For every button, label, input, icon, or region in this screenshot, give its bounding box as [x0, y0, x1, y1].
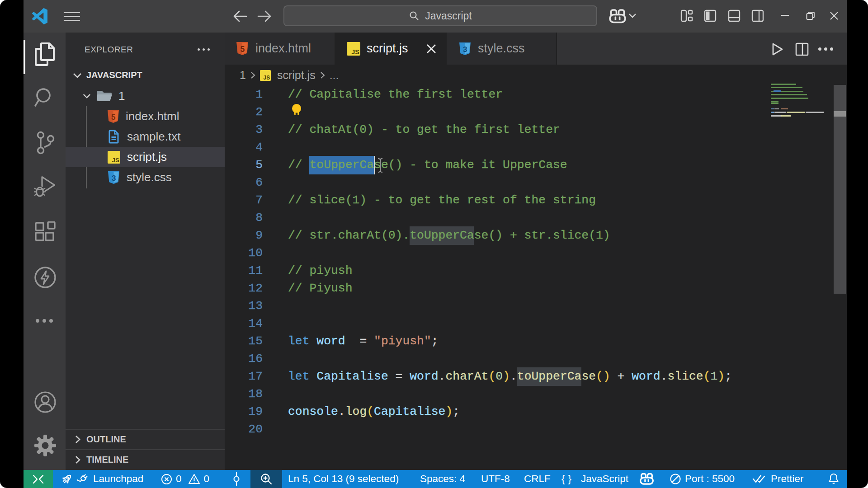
svg-text:3: 3: [112, 174, 116, 183]
svg-text:5: 5: [240, 45, 245, 54]
svg-text:JS: JS: [351, 48, 359, 55]
svg-text:5: 5: [111, 113, 115, 122]
svg-text:JS: JS: [264, 75, 270, 81]
svg-text:JS: JS: [112, 157, 119, 164]
svg-text:3: 3: [463, 45, 467, 54]
